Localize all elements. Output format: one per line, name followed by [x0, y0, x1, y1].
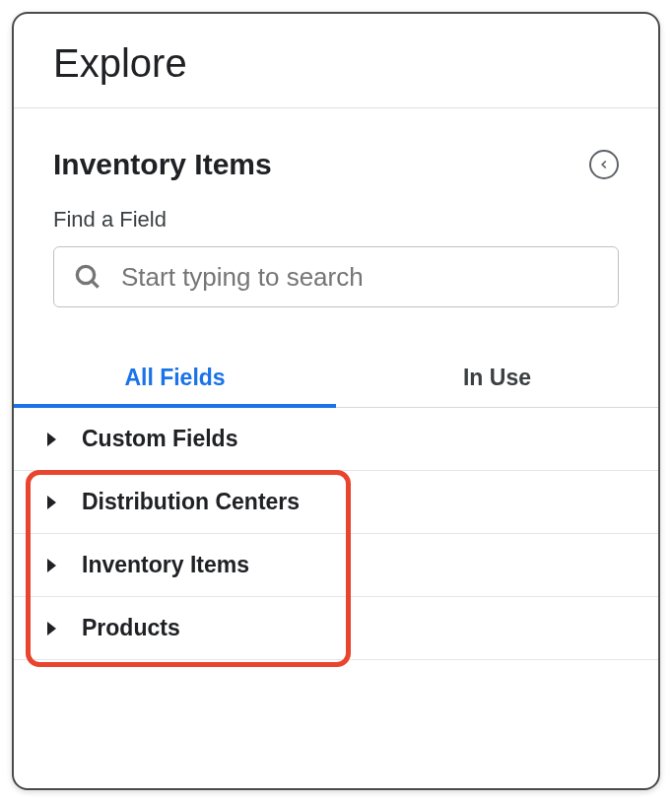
page-title: Explore: [53, 41, 619, 86]
search-input[interactable]: [121, 262, 600, 293]
field-group-distribution-centers[interactable]: Distribution Centers: [14, 471, 658, 534]
svg-point-0: [77, 266, 94, 283]
search-block: Find a Field: [14, 181, 658, 307]
svg-line-1: [93, 282, 99, 288]
field-group-custom-fields[interactable]: Custom Fields: [14, 408, 658, 471]
field-group-inventory-items[interactable]: Inventory Items: [14, 534, 658, 597]
search-input-container[interactable]: [53, 246, 619, 307]
field-group-products[interactable]: Products: [14, 597, 658, 660]
collapse-button[interactable]: [589, 150, 619, 179]
field-group-label: Inventory Items: [82, 552, 249, 578]
field-group-label: Custom Fields: [82, 426, 237, 452]
expand-icon: [47, 559, 56, 572]
field-group-label: Products: [82, 615, 180, 641]
section-title: Inventory Items: [53, 148, 272, 181]
tab-all-fields[interactable]: All Fields: [14, 349, 336, 407]
field-list: Custom Fields Distribution Centers Inven…: [14, 408, 658, 660]
expand-icon: [47, 496, 56, 509]
section-header: Inventory Items: [14, 108, 658, 181]
expand-icon: [47, 433, 56, 446]
tabs-bar: All Fields In Use: [14, 349, 658, 408]
tab-in-use[interactable]: In Use: [336, 349, 658, 407]
explore-panel: Explore Inventory Items Find a Field All…: [12, 12, 660, 790]
chevron-left-icon: [597, 158, 611, 171]
panel-header: Explore: [14, 14, 658, 108]
field-group-label: Distribution Centers: [82, 489, 300, 515]
expand-icon: [47, 622, 56, 635]
search-icon: [72, 261, 103, 293]
search-label: Find a Field: [53, 207, 619, 233]
